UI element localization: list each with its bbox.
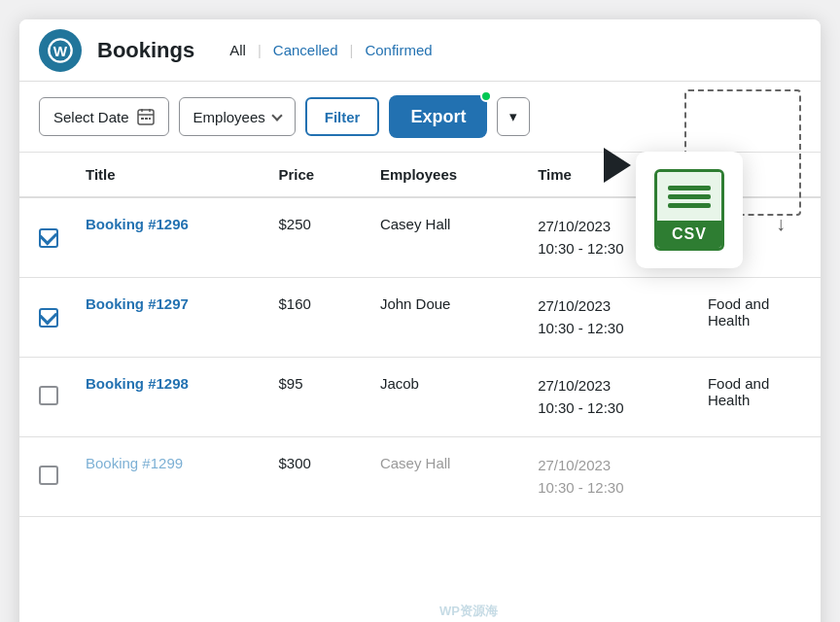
table-row: Booking #1299$300Casey Hall27/10/202310:… [19, 437, 821, 517]
booking-title-link[interactable]: Booking #1296 [86, 216, 189, 232]
row-checkbox-cell [19, 358, 66, 437]
booking-price: $160 [260, 278, 361, 358]
chevron-down-icon [271, 110, 282, 121]
row-checkbox-cell [19, 278, 66, 358]
booking-price: $250 [260, 197, 361, 278]
csv-label: CSV [657, 221, 721, 248]
watermark-text: WP资源海 [439, 603, 498, 620]
row-checkbox-cell [19, 437, 66, 517]
booking-extra: Food andHealth [688, 358, 821, 437]
export-label: Export [410, 107, 466, 126]
nav-cancelled[interactable]: Cancelled [262, 42, 350, 58]
nav-confirmed[interactable]: Confirmed [353, 42, 443, 58]
employees-dropdown-button[interactable]: Employees [179, 97, 296, 136]
more-options-button[interactable]: ▾ [497, 97, 530, 136]
employees-label: Employees [193, 109, 265, 125]
svg-rect-6 [141, 118, 144, 120]
booking-time: 27/10/202310:30 - 12:30 [518, 358, 688, 437]
svg-text:W: W [53, 42, 68, 58]
export-button[interactable]: Export [389, 95, 487, 138]
booking-price: $95 [260, 358, 361, 437]
play-arrow-icon [604, 148, 631, 183]
svg-rect-8 [149, 118, 151, 120]
booking-title-link[interactable]: Booking #1297 [86, 295, 189, 312]
row-checkbox[interactable] [39, 308, 58, 328]
col-employees: Employees [361, 153, 518, 197]
header: W Bookings All | Cancelled | Confirmed [19, 19, 821, 82]
chevron-down-icon: ▾ [509, 108, 517, 125]
booking-extra: Food andHealth [688, 278, 821, 358]
export-notification-dot [480, 90, 492, 102]
filter-button[interactable]: Filter [305, 97, 380, 136]
booking-employee: Jacob [361, 358, 518, 437]
svg-rect-7 [145, 118, 148, 120]
booking-price: $300 [260, 437, 361, 517]
row-checkbox[interactable] [39, 386, 58, 405]
col-title: Title [66, 153, 260, 197]
svg-rect-2 [138, 110, 154, 124]
date-picker-button[interactable]: Select Date [39, 97, 169, 136]
booking-employee: John Doue [361, 278, 518, 358]
page-title: Bookings [97, 38, 194, 63]
nav-all[interactable]: All [218, 42, 258, 58]
booking-time: 27/10/202310:30 - 12:30 [518, 437, 688, 517]
wp-logo: W [39, 29, 82, 72]
row-checkbox[interactable] [39, 228, 58, 248]
booking-employee: Casey Hall [361, 437, 518, 517]
table-row: Booking #1298$95Jacob27/10/202310:30 - 1… [19, 358, 821, 437]
toolbar: Select Date Employees Filter Export [19, 82, 821, 153]
row-checkbox-cell [19, 197, 66, 278]
booking-extra [688, 437, 821, 517]
booking-title-link[interactable]: Booking #1299 [86, 455, 183, 471]
table-row: Booking #1297$160John Doue27/10/202310:3… [19, 278, 821, 358]
header-nav: All | Cancelled | Confirmed [218, 42, 443, 58]
app-container: W Bookings All | Cancelled | Confirmed S… [19, 19, 821, 622]
booking-time: 27/10/202310:30 - 12:30 [518, 278, 688, 358]
date-label: Select Date [53, 109, 129, 125]
col-price: Price [260, 153, 361, 197]
calendar-icon [137, 108, 155, 125]
csv-file-icon[interactable]: CSV [654, 169, 724, 251]
booking-employee: Casey Hall [361, 197, 518, 278]
row-checkbox[interactable] [39, 466, 58, 485]
csv-popup: CSV [636, 152, 743, 268]
booking-title-link[interactable]: Booking #1298 [86, 375, 189, 392]
col-checkbox [19, 153, 66, 197]
